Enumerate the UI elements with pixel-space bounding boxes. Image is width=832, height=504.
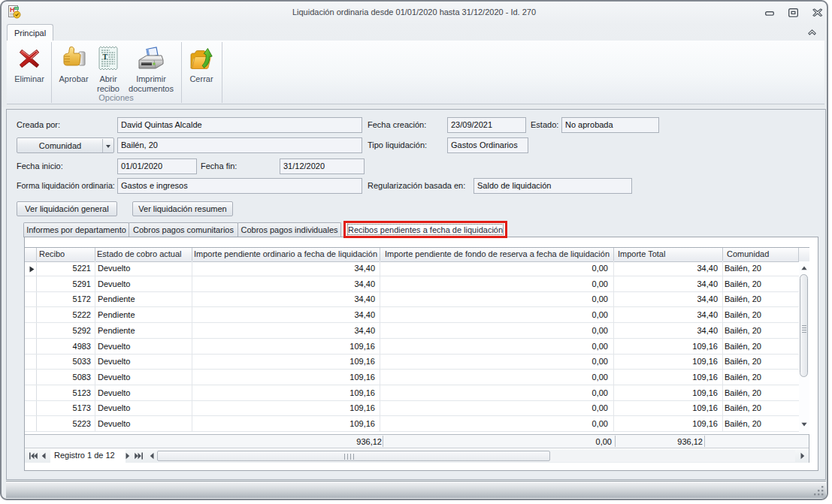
svg-text:T: T [103,53,108,61]
